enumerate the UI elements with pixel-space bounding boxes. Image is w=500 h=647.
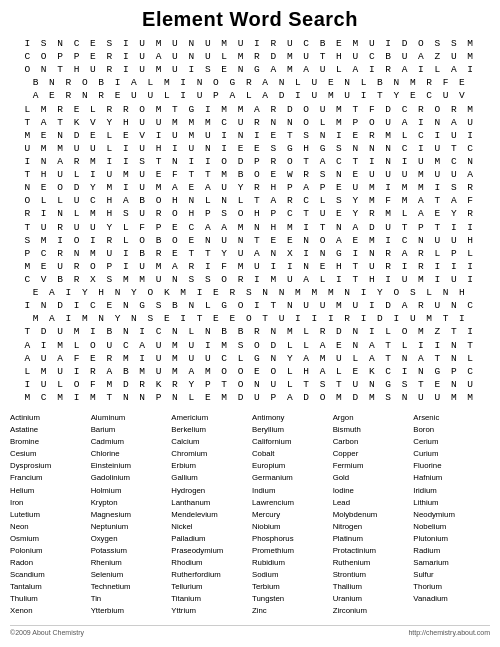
word-item: Potassium <box>91 545 168 557</box>
word-item: Nitrogen <box>333 521 410 533</box>
word-item: Tantalum <box>10 581 87 593</box>
word-item: Helium <box>10 485 87 497</box>
word-item: Lead <box>333 497 410 509</box>
word-item: Europium <box>252 460 329 472</box>
word-item: Actinium <box>10 412 87 424</box>
word-item: Lutetium <box>10 509 87 521</box>
word-item: Ytterbium <box>91 605 168 617</box>
word-item: Indium <box>252 485 329 497</box>
word-item: Thulium <box>10 593 87 605</box>
word-item: Scandium <box>10 569 87 581</box>
word-item: Protactinium <box>333 545 410 557</box>
word-item: Zinc <box>252 605 329 617</box>
word-item: Rutherfordium <box>171 569 248 581</box>
word-item: Praseodymium <box>171 545 248 557</box>
word-item: Lawrencium <box>252 497 329 509</box>
word-item: Neptunium <box>91 521 168 533</box>
word-item: Neodymium <box>413 509 490 521</box>
footer-left: ©2009 About Chemistry <box>10 629 84 636</box>
word-item: Xenon <box>10 605 87 617</box>
word-item: Molybdenum <box>333 509 410 521</box>
word-item: Hydrogen <box>171 485 248 497</box>
word-item: Cobalt <box>252 448 329 460</box>
word-item: Zirconium <box>333 605 410 617</box>
word-item: Francium <box>10 472 87 484</box>
word-item: Carbon <box>333 436 410 448</box>
word-item: Tungsten <box>252 593 329 605</box>
word-list: ActiniumAluminumAmericiumAntimonyArgonAr… <box>10 412 490 617</box>
word-item: Lithium <box>413 497 490 509</box>
word-item: Gadolinium <box>91 472 168 484</box>
grid-letters: I S N C E S I U M U N U M U I R U C B E … <box>10 37 490 404</box>
word-item: Oxygen <box>91 533 168 545</box>
word-search-grid: I S N C E S I U M U N U M U I R U C B E … <box>10 37 490 404</box>
word-item: Selenium <box>91 569 168 581</box>
word-item: Platinum <box>333 533 410 545</box>
word-item: Cadmium <box>91 436 168 448</box>
word-item: Rhodium <box>171 557 248 569</box>
word-item: Radium <box>413 545 490 557</box>
word-item: Plutonium <box>413 533 490 545</box>
word-item: Copper <box>333 448 410 460</box>
word-item: Fermium <box>333 460 410 472</box>
word-item: Terbium <box>252 581 329 593</box>
word-item: Samarium <box>413 557 490 569</box>
word-item: Gold <box>333 472 410 484</box>
word-item: Bromine <box>10 436 87 448</box>
word-item: Thallium <box>333 581 410 593</box>
word-item: Holmium <box>91 485 168 497</box>
word-item: Americium <box>171 412 248 424</box>
word-item: Neon <box>10 521 87 533</box>
word-item: Gallium <box>171 472 248 484</box>
word-item: Barium <box>91 424 168 436</box>
word-item: Dysprosium <box>10 460 87 472</box>
word-item: Thorium <box>413 581 490 593</box>
word-item: Boron <box>413 424 490 436</box>
word-item: Sodium <box>252 569 329 581</box>
word-item: Iodine <box>333 485 410 497</box>
word-item: Polonium <box>10 545 87 557</box>
word-item: Sulfur <box>413 569 490 581</box>
word-item: Titanium <box>171 593 248 605</box>
word-item: Krypton <box>91 497 168 509</box>
word-item: Astatine <box>10 424 87 436</box>
footer-right: http://chemistry.about.com <box>408 629 490 636</box>
footer: ©2009 About Chemistry http://chemistry.a… <box>10 625 490 636</box>
word-item: Curium <box>413 448 490 460</box>
word-item: Mercury <box>252 509 329 521</box>
word-item: Rhenium <box>91 557 168 569</box>
page-title: Element Word Search <box>10 8 490 31</box>
word-item: Germanium <box>252 472 329 484</box>
word-item: Radon <box>10 557 87 569</box>
word-item: Californium <box>252 436 329 448</box>
word-item: Yttrium <box>171 605 248 617</box>
word-item: Antimony <box>252 412 329 424</box>
word-item: Strontium <box>333 569 410 581</box>
word-item: Hafnium <box>413 472 490 484</box>
word-item: Ruthenium <box>333 557 410 569</box>
word-item: Rubidium <box>252 557 329 569</box>
word-item: Vanadium <box>413 593 490 605</box>
word-item: Niobium <box>252 521 329 533</box>
word-item: Technetium <box>91 581 168 593</box>
word-item: Erbium <box>171 460 248 472</box>
word-item: Iridium <box>413 485 490 497</box>
word-item: Iron <box>10 497 87 509</box>
word-item: Calcium <box>171 436 248 448</box>
word-item: Einsteinium <box>91 460 168 472</box>
word-item: Mendelevium <box>171 509 248 521</box>
word-item: Palladium <box>171 533 248 545</box>
word-item: Fluorine <box>413 460 490 472</box>
word-item: Chlorine <box>91 448 168 460</box>
word-item: Phosphorus <box>252 533 329 545</box>
word-item: Bismuth <box>333 424 410 436</box>
app-container: Element Word Search I S N C E S I U M U … <box>0 0 500 642</box>
word-item: Lanthanum <box>171 497 248 509</box>
word-item: Aluminum <box>91 412 168 424</box>
word-item: Cesium <box>10 448 87 460</box>
word-item: Berkelium <box>171 424 248 436</box>
word-item: Magnesium <box>91 509 168 521</box>
word-item: Promethium <box>252 545 329 557</box>
word-item: Uranium <box>333 593 410 605</box>
word-item: Tin <box>91 593 168 605</box>
